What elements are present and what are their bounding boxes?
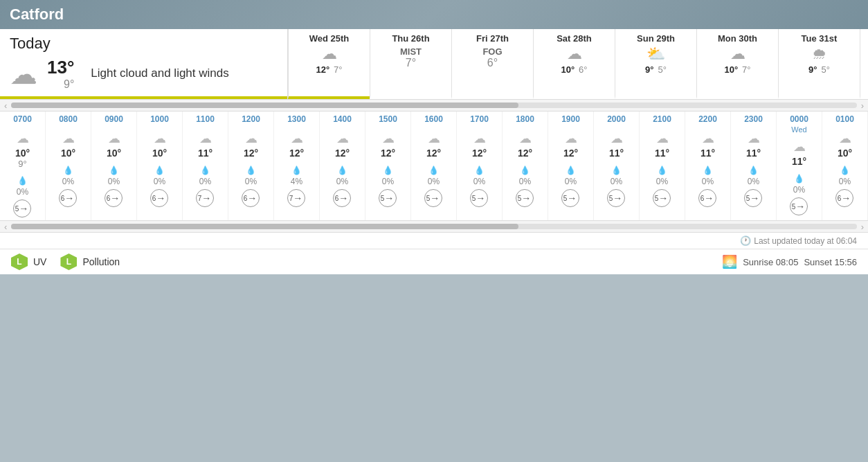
scrollbar-thumb[interactable] xyxy=(11,103,518,108)
hour-high-3: 10° xyxy=(152,148,167,159)
wind-circle-4: 7→ xyxy=(196,189,214,207)
wind-arrow-13: → xyxy=(613,193,622,204)
wind-arrow-7: → xyxy=(338,193,348,204)
hour-col-5: 1200☁12°💧0%6→ xyxy=(228,112,274,220)
today-label: Today xyxy=(10,35,278,53)
hour-rain-pct-13: 0% xyxy=(611,177,622,186)
wind-arrow-14: → xyxy=(658,193,668,204)
hour-rain-pct-11: 0% xyxy=(519,177,531,186)
hour-col-0: 0700☁10°9°💧0%5→ xyxy=(0,112,46,220)
forecast-day-5[interactable]: Mon 30th☁10°7° xyxy=(696,29,778,99)
hour-col-6: 1300☁12°💧4%7→ xyxy=(274,112,320,220)
hour-high-15: 11° xyxy=(700,148,715,159)
scroll-right-arrow[interactable]: › xyxy=(857,100,868,111)
hourly-table: 0700☁10°9°💧0%5→0800☁10°💧0%6→0900☁10°💧0%6… xyxy=(0,112,868,220)
hour-high-7: 12° xyxy=(335,148,350,159)
forecast-icon-0: ☁ xyxy=(322,45,337,63)
bottom-scrollbar[interactable]: ‹ › xyxy=(0,220,868,233)
bottom-scrollbar-thumb[interactable] xyxy=(11,224,518,229)
hour-label-8: 1500 xyxy=(379,114,397,124)
hour-rain-icon-2: 💧 xyxy=(109,166,119,175)
hour-high-11: 12° xyxy=(518,148,532,159)
wind-circle-0: 5→ xyxy=(13,199,31,217)
forecast-day-name-1: Thu 26th xyxy=(392,33,429,44)
hour-rain-pct-15: 0% xyxy=(702,177,714,186)
page-wrapper: Catford Today ☁ 13° 9° Light cloud and l… xyxy=(0,0,868,274)
forecast-day-name-6: Tue 31st xyxy=(802,33,838,44)
scroll-left-arrow[interactable]: ‹ xyxy=(0,100,11,111)
forecast-day-4[interactable]: Sun 29th⛅9°5° xyxy=(615,29,696,99)
wind-arrow-10: → xyxy=(476,193,485,204)
hour-wind-3: 6→ xyxy=(150,189,170,207)
forecast-day-name-4: Sun 29th xyxy=(637,33,675,44)
hour-high-12: 12° xyxy=(563,148,578,159)
forecast-low-4: 5° xyxy=(658,64,667,75)
wind-circle-5: 6→ xyxy=(242,189,260,207)
hour-label-2: 0900 xyxy=(105,114,123,124)
hour-rain-icon-16: 💧 xyxy=(748,166,759,175)
hour-col-3: 1000☁10°💧0%6→ xyxy=(137,112,183,220)
hour-cloud-icon-18: ☁ xyxy=(839,131,851,146)
hour-high-16: 11° xyxy=(746,148,761,159)
forecast-day-7[interactable]: Wed 1st🌧 xyxy=(860,29,868,99)
sunset-text: Sunset 15:56 xyxy=(804,257,857,267)
hour-rain-icon-17: 💧 xyxy=(794,174,804,184)
hour-col-14: 2100☁11°💧0%5→ xyxy=(640,112,685,220)
forecast-low-1: 7° xyxy=(406,57,416,69)
hour-rain-pct-12: 0% xyxy=(565,177,577,186)
last-updated-text: Last updated today at 06:04 xyxy=(754,236,857,246)
hour-cloud-icon-11: ☁ xyxy=(519,131,532,146)
wind-circle-18: 6→ xyxy=(835,189,853,207)
forecast-day-6[interactable]: Tue 31st🌧9°5° xyxy=(778,29,860,99)
top-scrollbar[interactable]: ‹ › xyxy=(0,99,868,112)
scroll-right-arrow-bottom[interactable]: › xyxy=(857,222,868,232)
hour-rain-pct-5: 0% xyxy=(245,177,257,186)
hour-high-17: 11° xyxy=(792,156,806,167)
forecast-bar: Wed 25th☁12°7°Thu 26thMIST7°Fri 27thFOG6… xyxy=(287,29,868,99)
forecast-day-1[interactable]: Thu 26thMIST7° xyxy=(370,29,451,99)
hour-rain-icon-15: 💧 xyxy=(703,166,713,175)
hour-cloud-icon-15: ☁ xyxy=(702,131,714,146)
today-panel: Today ☁ 13° 9° Light cloud and light win… xyxy=(0,29,287,99)
hour-col-4: 1100☁11°💧0%7→ xyxy=(183,112,228,220)
hour-col-8: 1500☁12°💧0%5→ xyxy=(365,112,411,220)
uv-label: UV xyxy=(33,256,46,267)
hour-rain-icon-7: 💧 xyxy=(337,166,347,175)
hour-label-6: 1300 xyxy=(287,114,306,124)
forecast-day-2[interactable]: Fri 27thFOG6° xyxy=(451,29,533,99)
today-low-temp: 9° xyxy=(64,78,74,91)
hour-rain-icon-9: 💧 xyxy=(428,166,439,175)
hour-wind-10: 5→ xyxy=(470,189,489,207)
hour-rain-icon-5: 💧 xyxy=(246,166,256,175)
wind-circle-8: 5→ xyxy=(379,189,397,207)
hour-col-7: 1400☁12°💧0%6→ xyxy=(320,112,365,220)
forecast-day-0[interactable]: Wed 25th☁12°7° xyxy=(288,29,370,99)
forecast-day-3[interactable]: Sat 28th☁10°6° xyxy=(533,29,615,99)
hour-rain-pct-1: 0% xyxy=(62,177,74,186)
hour-high-0: 10° xyxy=(15,148,30,159)
hour-label-13: 2000 xyxy=(607,114,626,124)
hour-rain-icon-0: 💧 xyxy=(17,176,28,186)
hour-high-9: 12° xyxy=(426,148,441,159)
sunrise-icon: 🌅 xyxy=(722,254,737,269)
hour-wind-8: 5→ xyxy=(379,189,398,207)
hour-rain-pct-8: 0% xyxy=(382,177,394,186)
hour-rain-icon-13: 💧 xyxy=(611,166,622,175)
clock-icon: 🕐 xyxy=(740,236,751,246)
forecast-high-0: 12° xyxy=(316,64,329,75)
hour-cloud-icon-17: ☁ xyxy=(793,139,806,154)
wind-arrow-4: → xyxy=(201,193,211,204)
hour-rain-icon-4: 💧 xyxy=(200,166,210,175)
scroll-left-arrow-bottom[interactable]: ‹ xyxy=(0,222,11,232)
bottom-scrollbar-track[interactable] xyxy=(11,224,856,229)
wind-circle-3: 6→ xyxy=(150,189,168,207)
forecast-low-6: 5° xyxy=(822,64,830,75)
wind-circle-2: 6→ xyxy=(105,189,123,207)
hour-col-15: 2200☁11°💧0%6→ xyxy=(685,112,731,220)
today-cloud-icon: ☁ xyxy=(10,58,37,90)
hour-high-1: 10° xyxy=(61,148,75,159)
hour-col-18: 0100☁10°💧0%6→ xyxy=(822,112,868,220)
forecast-day-name-0: Wed 25th xyxy=(309,33,350,44)
scrollbar-track[interactable] xyxy=(11,103,856,108)
hour-col-2: 0900☁10°💧0%6→ xyxy=(91,112,137,220)
